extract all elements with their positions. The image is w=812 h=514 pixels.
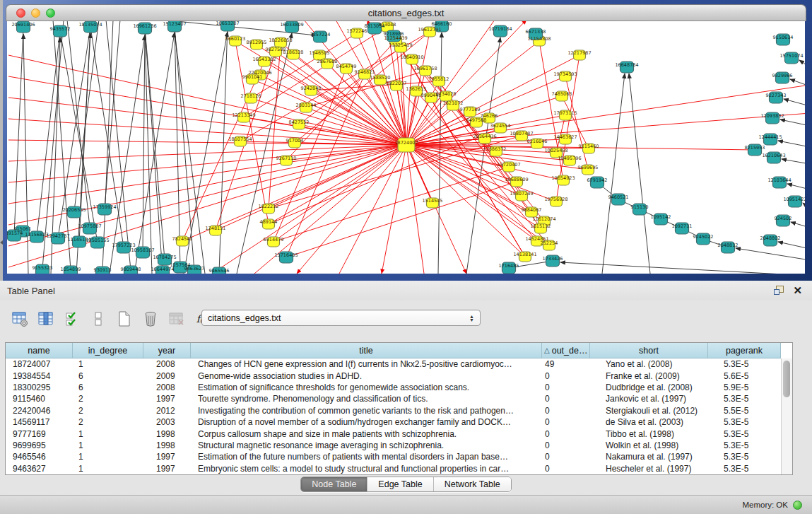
table-row[interactable]: 969969511998Structural magnetic resonanc… xyxy=(6,440,781,451)
column-header-name[interactable]: name xyxy=(6,343,73,358)
network-node-label: 9227343 xyxy=(766,93,787,98)
cell-name: 19384554 xyxy=(6,371,73,381)
network-node-label: 9155323 xyxy=(33,265,53,271)
network-node-label: 6466160 xyxy=(432,21,452,27)
column-header-in_degree[interactable]: in_degree xyxy=(73,343,143,358)
network-node-label: 6734028 xyxy=(436,91,457,97)
close-panel-icon[interactable]: ✕ xyxy=(793,286,802,296)
network-node-label: 8912955 xyxy=(247,40,267,45)
cell-in_degree: 1 xyxy=(73,429,143,439)
cell-pagerank: 5.3E-5 xyxy=(708,440,781,450)
table-column-icon[interactable] xyxy=(36,309,56,329)
network-graph[interactable]: 1872400786601238912955182260589827508165… xyxy=(7,21,805,274)
network-node-label: 10025458 xyxy=(544,148,567,153)
desktop-edge-strip xyxy=(0,0,3,281)
close-window-button[interactable] xyxy=(16,8,25,18)
network-node-label: 16961236 xyxy=(133,23,156,29)
network-node-label: 12942737 xyxy=(46,233,69,239)
column-header-short[interactable]: short xyxy=(590,343,708,358)
vertical-scrollbar[interactable] xyxy=(781,358,792,474)
network-window-titlebar[interactable]: citations_edges.txt xyxy=(6,4,806,21)
unselect-rows-icon[interactable] xyxy=(88,309,108,329)
network-node-label: 14463627 xyxy=(553,134,577,140)
network-node-label: 9699695 xyxy=(578,165,599,170)
network-node-label: 12505155 xyxy=(86,238,109,243)
table-selector-dropdown[interactable]: citations_edges.txt ▲▼ xyxy=(201,310,481,326)
network-node-label: 9435572 xyxy=(50,26,71,32)
network-node-label: 16784275 xyxy=(153,255,176,260)
tab-network-table[interactable]: Network Table xyxy=(434,477,511,491)
table-body: 1872400712008Changes of HCN gene express… xyxy=(6,358,781,474)
network-node-label: 930913 xyxy=(94,267,112,273)
network-node-label: 2718126 xyxy=(241,93,261,99)
network-node-label: 14138141 xyxy=(513,252,536,257)
tab-node-table[interactable]: Node Table xyxy=(301,477,367,491)
table-panel-titlebar[interactable]: Table Panel ✕ xyxy=(0,281,812,300)
table-toolbar: f(x) citations_edges.txt ▲▼ xyxy=(0,305,812,333)
network-node-label: 9809448 xyxy=(121,267,141,272)
network-node-label: 16033809 xyxy=(280,22,303,28)
network-node-label: 16961758 xyxy=(413,66,437,71)
network-node-label: 16543382 xyxy=(252,57,276,62)
cell-year: 1997 xyxy=(143,452,191,462)
table-settings-icon[interactable] xyxy=(10,309,30,329)
network-node-label: 9146821 xyxy=(355,69,375,75)
collapse-panel-arrow-icon[interactable] xyxy=(0,240,3,245)
cell-name: 9463627 xyxy=(6,464,73,474)
tab-edge-table[interactable]: Edge Table xyxy=(367,477,433,491)
table-row[interactable]: 911546021997Tourette syndrome. Phenomeno… xyxy=(6,393,781,404)
delete-table-icon[interactable] xyxy=(167,309,187,329)
zoom-window-button[interactable] xyxy=(46,8,55,18)
table-row[interactable]: 946362711997Embryonic stem cells: a mode… xyxy=(6,463,781,474)
new-document-icon[interactable] xyxy=(114,309,134,329)
cell-title: Embryonic stem cells: a model to study s… xyxy=(191,464,542,474)
cell-name: 9699695 xyxy=(6,440,73,450)
cell-out_degree: 0 xyxy=(542,429,590,439)
network-node-label: 915130 xyxy=(631,204,649,210)
minimize-window-button[interactable] xyxy=(31,8,40,18)
table-row[interactable]: 2242004622012Investigating the contribut… xyxy=(6,405,781,416)
network-node-label: 18226058 xyxy=(269,37,292,43)
network-node-label: 1546505 xyxy=(310,50,330,56)
network-node-label: 7485063 xyxy=(552,91,572,97)
table-row[interactable]: 1938455462009Genome-wide association stu… xyxy=(6,370,781,381)
network-node-label: 8454749 xyxy=(336,64,357,69)
attribute-table: namein_degreeyeartitle△out_de…shortpager… xyxy=(5,342,793,475)
network-node-label: 16640910 xyxy=(400,54,423,60)
cell-year: 1998 xyxy=(143,429,191,439)
network-node-label: 11612074 xyxy=(532,216,555,222)
table-row[interactable]: 1830029562008Estimation of significance … xyxy=(6,382,781,393)
network-node-label: 9218986 xyxy=(384,31,404,37)
network-node-label: 10958107 xyxy=(131,247,154,253)
float-panel-icon[interactable] xyxy=(774,286,784,296)
cell-year: 2012 xyxy=(143,406,191,416)
delete-trash-icon[interactable] xyxy=(141,309,160,329)
network-node-label: 9777169 xyxy=(460,107,481,112)
select-all-icon[interactable] xyxy=(62,309,82,329)
network-node-label: 2048802 xyxy=(760,235,781,241)
cell-in_degree: 1 xyxy=(73,440,143,450)
network-canvas[interactable]: 1872400786601238912955182260589827508165… xyxy=(7,21,805,274)
table-row[interactable]: 1456911722003Disruption of a novel membe… xyxy=(6,416,781,428)
column-header-title[interactable]: title xyxy=(191,343,542,358)
network-node-label: 252254 xyxy=(541,240,558,246)
column-header-pagerank[interactable]: pagerank xyxy=(708,343,781,358)
scrollbar-thumb[interactable] xyxy=(783,361,790,397)
network-node-label: 9460521 xyxy=(608,194,629,200)
network-node-label: 9465546 xyxy=(209,268,230,274)
cell-title: Estimation of significance thresholds fo… xyxy=(191,382,542,392)
network-node-label: 1621072 xyxy=(443,100,464,106)
column-header-year[interactable]: year xyxy=(143,343,191,358)
network-node-label: 2867608 xyxy=(317,59,338,64)
network-node-label: 9329966 xyxy=(772,73,793,78)
window-title: citations_edges.txt xyxy=(368,8,445,18)
table-row[interactable]: 1872400712008Changes of HCN gene express… xyxy=(6,358,781,370)
network-node-label: 12213349 xyxy=(232,112,255,118)
table-row[interactable]: 946554611997Estimation of the future num… xyxy=(6,451,781,462)
cell-title: Changes of HCN gene expression and I(f) … xyxy=(191,359,542,369)
network-node-label: 1615132 xyxy=(531,223,551,229)
cell-out_degree: 0 xyxy=(542,382,590,392)
column-header-out_degree[interactable]: △out_de… xyxy=(542,343,590,358)
table-row[interactable]: 977716911998Corpus callosum shape and si… xyxy=(6,428,781,439)
memory-status-indicator[interactable] xyxy=(793,501,802,510)
